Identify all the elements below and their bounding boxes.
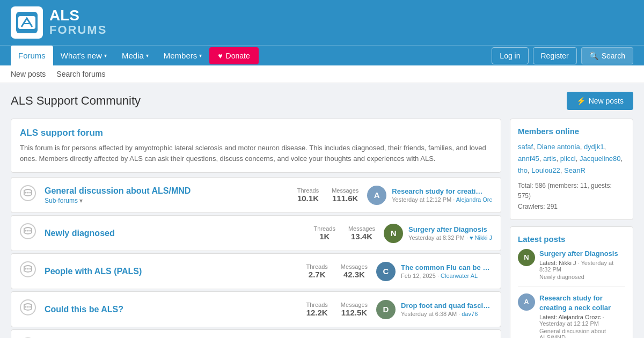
forum-desc-text: This forum is for persons affected by am… <box>20 143 492 164</box>
member-link[interactable]: artis <box>543 155 557 163</box>
search-forums-link[interactable]: Search forums <box>56 70 105 78</box>
lp-content: Research study for creating a neck colla… <box>539 293 625 338</box>
forum-info: Newly diagnosed <box>45 229 305 238</box>
member-link[interactable]: annf45 <box>518 155 539 163</box>
login-button[interactable]: Log in <box>492 47 528 64</box>
forum-icon <box>20 261 36 281</box>
avatar: D <box>376 300 396 319</box>
heart-icon: ♥ <box>218 52 222 60</box>
svg-point-4 <box>27 192 29 194</box>
messages-stat: Messages 112.5K <box>341 302 368 317</box>
latest-post-item: N Surgery after Diagnosis Latest: Nikki … <box>518 249 625 287</box>
nav-whats-new[interactable]: What's new ▾ <box>53 46 114 65</box>
member-link[interactable]: Diane antonia <box>537 143 580 151</box>
forum-name[interactable]: General discussion about ALS/MND <box>45 186 191 195</box>
forum-desc-title[interactable]: ALS support forum <box>20 128 492 138</box>
logo-text: ALS FORUMS <box>49 8 107 37</box>
forum-icon <box>20 299 36 319</box>
nav-forums[interactable]: Forums <box>11 46 53 65</box>
avatar: N <box>384 224 403 243</box>
lightning-icon: ⚡ <box>576 97 586 105</box>
messages-stat: Messages 13.4K <box>348 225 375 241</box>
svg-point-3 <box>25 192 27 194</box>
forum-latest: D Drop foot and quad fasciculations Yest… <box>376 300 492 319</box>
forum-icon <box>20 223 36 243</box>
forum-icon <box>20 185 36 205</box>
latest-author-link[interactable]: dav76 <box>462 311 478 317</box>
latest-author-link[interactable]: Alejandra Orc <box>456 196 492 203</box>
lp-meta: Latest: Alejandra Orozc · Yesterday at 1… <box>539 314 625 327</box>
forum-latest: N Surgery after Diagnosis Yesterday at 8… <box>384 224 492 243</box>
new-posts-button[interactable]: ⚡ New posts <box>567 92 633 110</box>
svg-point-15 <box>25 306 27 308</box>
latest-thread-link[interactable]: Surgery after Diagnosis <box>408 225 492 233</box>
latest-thread-link[interactable]: Drop foot and quad fasciculations <box>401 302 492 310</box>
forum-stats: Threads 10.1K Messages 111.6K <box>297 187 359 203</box>
site-header: ALS FORUMS <box>0 0 644 45</box>
nav-members[interactable]: Members ▾ <box>156 46 210 65</box>
page-header: ALS Support Community ⚡ New posts <box>0 83 644 119</box>
latest-meta: Yesterday at 6:38 AM · dav76 <box>401 311 492 317</box>
new-posts-link[interactable]: New posts <box>11 70 46 78</box>
member-link[interactable]: Loulou22 <box>531 166 560 174</box>
forum-info: People with ALS (PALS) <box>45 267 298 276</box>
forum-stats: Threads 2.7K Messages 42.3K <box>306 263 368 279</box>
main-layout: ALS support forum This forum is for pers… <box>0 119 644 338</box>
register-button[interactable]: Register <box>533 47 577 64</box>
svg-point-7 <box>25 230 27 232</box>
forum-list: ALS support forum This forum is for pers… <box>11 119 501 338</box>
member-link[interactable]: dydjk1 <box>584 143 604 151</box>
lp-avatar: A <box>518 293 535 311</box>
svg-point-11 <box>25 268 27 270</box>
logo-icon <box>11 6 43 39</box>
forum-name[interactable]: Newly diagnosed <box>45 229 115 238</box>
forum-subforums: Sub-forums ▾ <box>45 197 289 204</box>
latest-info: Drop foot and quad fasciculations Yester… <box>401 302 492 317</box>
latest-author-link[interactable]: Clearwater AL <box>441 273 478 279</box>
avatar: C <box>376 262 396 281</box>
latest-posts-list: N Surgery after Diagnosis Latest: Nikki … <box>518 249 625 338</box>
threads-stat: Threads 1K <box>314 225 335 241</box>
member-link[interactable]: tho <box>518 166 528 174</box>
messages-stat: Messages 42.3K <box>341 263 368 279</box>
forum-name[interactable]: Could this be ALS? <box>45 305 123 314</box>
member-link[interactable]: Jacqueline80 <box>580 155 621 163</box>
forum-name[interactable]: People with ALS (PALS) <box>45 267 142 276</box>
svg-point-12 <box>27 268 29 270</box>
sub-nav: New posts Search forums <box>0 65 644 83</box>
members-chevron-icon: ▾ <box>199 53 202 58</box>
nav-right: Log in Register 🔍 Search <box>492 47 633 64</box>
forum-latest: A Research study for creating a neck ...… <box>367 186 492 205</box>
member-link[interactable]: safaf <box>518 143 533 151</box>
forum-row: Could this be ALS? Threads 12.2K Message… <box>11 291 501 327</box>
latest-thread-link[interactable]: Research study for creating a neck ... <box>392 187 483 195</box>
search-icon: 🔍 <box>589 52 598 60</box>
nav-media[interactable]: Media ▾ <box>114 46 156 65</box>
svg-point-8 <box>27 230 29 232</box>
latest-author-link[interactable]: ♥ Nikki J <box>470 234 492 241</box>
forum-stats: Threads 1K Messages 13.4K <box>314 225 376 241</box>
threads-stat: Threads 10.1K <box>297 187 319 203</box>
forum-rows: General discussion about ALS/MND Sub-for… <box>11 177 501 338</box>
svg-point-16 <box>27 306 29 308</box>
members-online-title: Members online <box>518 127 625 136</box>
member-link[interactable]: plicci <box>560 155 576 163</box>
lp-title-link[interactable]: Research study for creating a neck colla… <box>539 294 611 312</box>
svg-point-5 <box>30 192 31 194</box>
members-total: Total: 586 (members: 11, guests: 575) Cr… <box>518 181 625 212</box>
logo-forums: FORUMS <box>49 23 107 37</box>
nav-left: Forums What's new ▾ Media ▾ Members ▾ ♥ … <box>11 46 492 65</box>
svg-point-17 <box>30 306 31 308</box>
lp-subforum: Newly diagnosed <box>539 274 625 280</box>
lp-meta: Latest: Nikki J · Yesterday at 8:32 PM <box>539 260 625 273</box>
latest-thread-link[interactable]: The common Flu can be serious.... <box>401 263 492 271</box>
latest-posts-title: Latest posts <box>518 234 625 244</box>
latest-meta: Yesterday at 12:12 PM · Alejandra Orc <box>392 196 492 203</box>
avatar: A <box>367 186 386 205</box>
nav-donate[interactable]: ♥ Donate <box>209 47 258 64</box>
member-link[interactable]: SeanR <box>564 166 586 174</box>
lp-title-link[interactable]: Surgery after Diagnosis <box>539 249 618 258</box>
members-online-box: Members online safaf, Diane antonia, dyd… <box>510 119 633 220</box>
search-button[interactable]: 🔍 Search <box>581 47 633 64</box>
forum-row: Newly diagnosed Threads 1K Messages 13.4… <box>11 215 501 251</box>
